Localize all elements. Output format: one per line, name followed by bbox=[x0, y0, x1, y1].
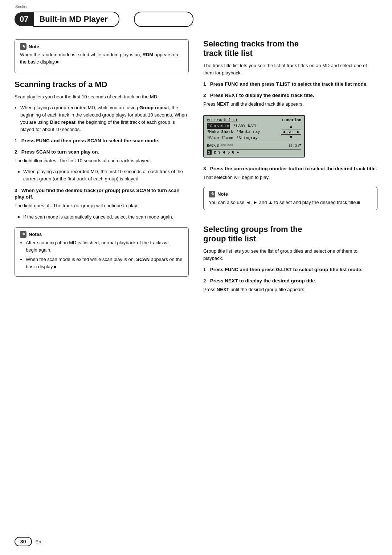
page: Section 07 Built-in MD Player ✎ Note Whe… bbox=[0, 0, 392, 555]
header: 07 Built-in MD Player bbox=[0, 0, 392, 30]
screen-numbers: 1 2 3 4 5 6 ► bbox=[207, 149, 301, 155]
note-track-text: You can also use ◄, ► and ▲ to select an… bbox=[209, 199, 372, 206]
screen-track6: ⁶Stingray bbox=[236, 135, 258, 141]
notes-bullet-1: After scanning of an MD is finished, nor… bbox=[26, 239, 183, 254]
notes-icon: ✎ bbox=[20, 231, 26, 238]
screen-indicators: BACK3 ♫♫♫ ♫♫♫ bbox=[207, 144, 233, 148]
md-screen: MD track list Function ¹Corvette ²LADY N… bbox=[203, 111, 377, 161]
notes-bullets: After scanning of an MD is finished, nor… bbox=[26, 239, 183, 271]
screen-sel: ◄ SEL ► bbox=[281, 130, 301, 135]
screen-num4: 4 bbox=[223, 150, 225, 155]
scan-step2-text: The light illuminates. The first 10 seco… bbox=[15, 157, 189, 164]
screen-num6: 6 bbox=[232, 150, 234, 155]
chapter-title: Built-in MD Player bbox=[33, 12, 119, 27]
note-box-title: ✎ Note bbox=[20, 43, 183, 50]
notes-bullet-2: When the scan mode is exited while scan … bbox=[26, 256, 183, 270]
screen-track5: ⁵Blue flame bbox=[207, 135, 233, 141]
scan-step3-bullets: If the scan mode is automatically cancel… bbox=[17, 213, 189, 221]
note-track-label: Note bbox=[217, 191, 228, 197]
screen-num1: 1 bbox=[207, 150, 212, 155]
screen-time: 11:31■ bbox=[289, 143, 301, 148]
track-step3-text: That selection will begin to play. bbox=[203, 174, 377, 181]
screen-row2: ³Mako Shark ⁴Manta ray bbox=[207, 129, 279, 135]
note-box-track: ✎ Note You can also use ◄, ► and ▲ to se… bbox=[203, 187, 377, 210]
screen-num-more: ► bbox=[237, 150, 239, 155]
scanning-bullets: When playing a group-recorded MD, while … bbox=[20, 104, 189, 134]
group-title-heading: Selecting groups from thegroup title lis… bbox=[203, 225, 377, 244]
screen-title-right: Function bbox=[282, 118, 301, 122]
group-step2-text: Press NEXT until the desired group title… bbox=[203, 286, 377, 293]
scanning-bullet-1: When playing a group-recorded MD, while … bbox=[20, 104, 189, 134]
notes-box-title: ✎ Notes bbox=[20, 231, 183, 238]
screen-title-left: MD track list bbox=[207, 118, 238, 122]
screen-num2: 2 bbox=[214, 150, 216, 155]
scan-step2-bullet-1: When playing a group-recorded MD, the fi… bbox=[17, 168, 189, 183]
track-title-heading: Selecting tracks from thetrack title lis… bbox=[203, 39, 377, 58]
track-step2-text: Press NEXT until the desired track title… bbox=[203, 101, 377, 108]
scan-step2-bullets: When playing a group-recorded MD, the fi… bbox=[17, 168, 189, 183]
group-step1-heading: 1 Press FUNC and then press G.LIST to se… bbox=[203, 266, 377, 273]
notes-label: Notes bbox=[29, 232, 42, 237]
screen-track4: ⁴Manta ray bbox=[236, 129, 260, 135]
chapter-number: 07 bbox=[15, 12, 33, 26]
scan-step3-text: The light goes off. The track (or group)… bbox=[15, 202, 189, 209]
note-box-track-title: ✎ Note bbox=[209, 191, 372, 197]
group-step2-heading: 2 Press NEXT to display the desired grou… bbox=[203, 278, 377, 285]
scan-step3-bullet-1: If the scan mode is automatically cancel… bbox=[17, 213, 189, 221]
scanning-intro: Scan play lets you hear the first 10 sec… bbox=[15, 93, 189, 101]
footer: 30 En bbox=[15, 537, 41, 546]
screen-row1: ¹Corvette ²LADY NAIL bbox=[207, 123, 279, 129]
screen-down-arrow: ▼ bbox=[290, 135, 293, 140]
note-box-top: ✎ Note When the random mode is exited wh… bbox=[15, 39, 189, 73]
scanning-heading: Scanning tracks of a MD bbox=[15, 80, 189, 89]
screen-bottom: BACK3 ♫♫♫ ♫♫♫ 11:31■ bbox=[207, 142, 301, 148]
note-text: When the random mode is exited while ran… bbox=[20, 51, 183, 66]
header-right-box bbox=[134, 12, 193, 27]
screen-num3: 3 bbox=[218, 150, 221, 155]
screen-up-arrow: ▲ bbox=[290, 124, 293, 130]
screen-num5: 5 bbox=[227, 150, 230, 155]
note-label: Note bbox=[29, 44, 39, 49]
group-title-intro: Group title list lets you see the list o… bbox=[203, 248, 377, 262]
page-number: 30 bbox=[15, 537, 32, 546]
notes-box-bottom: ✎ Notes After scanning of an MD is finis… bbox=[15, 227, 189, 277]
left-column: ✎ Note When the random mode is exited wh… bbox=[15, 39, 189, 297]
scan-step2-heading: 2 Press SCAN to turn scan play on. bbox=[15, 149, 189, 156]
note-icon-track: ✎ bbox=[209, 191, 215, 197]
track-title-intro: The track title list lets you see the li… bbox=[203, 62, 377, 77]
content-columns: ✎ Note When the random mode is exited wh… bbox=[0, 30, 392, 297]
language-label: En bbox=[36, 539, 41, 544]
track-step1-heading: 1 Press FUNC and then press T.LIST to se… bbox=[203, 81, 377, 88]
screen-track2: ²LADY NAIL bbox=[233, 123, 257, 129]
screen-track3: ³Mako Shark bbox=[207, 129, 233, 135]
scan-step3-heading: 3 When you find the desired track (or gr… bbox=[15, 187, 189, 201]
section-label: Section bbox=[15, 4, 29, 9]
screen-track1: ¹Corvette bbox=[207, 123, 230, 129]
note-icon: ✎ bbox=[20, 43, 26, 50]
track-step3-heading: 3 Press the corresponding number button … bbox=[203, 166, 377, 172]
right-column: Selecting tracks from thetrack title lis… bbox=[203, 39, 377, 297]
screen-row3: ⁵Blue flame ⁶Stingray bbox=[207, 135, 279, 141]
track-step2-heading: 2 Press NEXT to display the desired trac… bbox=[203, 92, 377, 99]
scan-step1-heading: 1 Press FUNC and then press SCAN to sele… bbox=[15, 138, 189, 144]
